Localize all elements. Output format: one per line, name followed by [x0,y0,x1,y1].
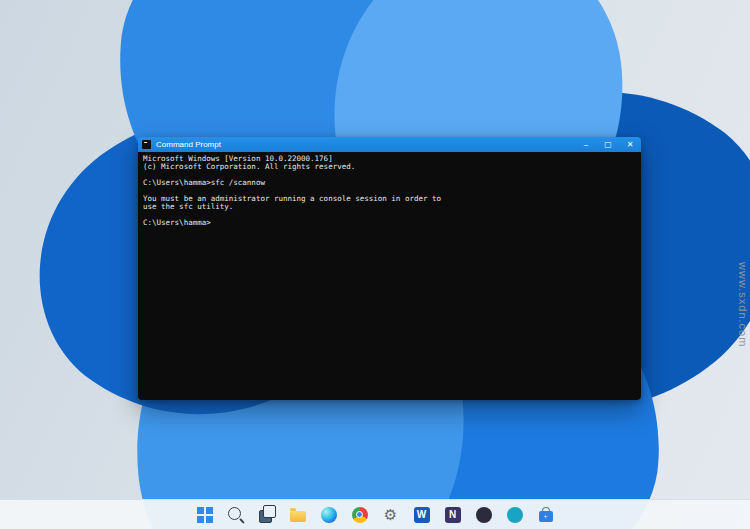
close-button[interactable]: ✕ [619,137,641,152]
taskbar-icon-store[interactable] [535,504,557,526]
skype-icon [507,507,523,523]
taskbar-icon-settings[interactable]: ⚙ [380,504,402,526]
search-icon [228,507,241,520]
taskbar-icon-chrome[interactable] [349,504,371,526]
terminal-line: (c) Microsoft Corporation. All rights re… [143,163,636,171]
taskbar-icon-skype[interactable] [504,504,526,526]
chrome-icon [352,507,368,523]
taskbar-icon-onenote[interactable]: N [442,504,464,526]
taskbar-icon-start[interactable] [194,504,216,526]
edge-icon [321,507,337,523]
maximize-button[interactable]: ▢ [597,137,619,152]
terminal-line [143,211,636,219]
taskbar-icon-file-explorer[interactable] [287,504,309,526]
settings-icon: ⚙ [384,507,397,522]
cmd-icon [142,140,151,149]
word-icon: W [414,507,430,523]
terminal-line: C:\Users\hamma>sfc /scannow [143,179,636,187]
taskbar-icon-task-view[interactable] [256,504,278,526]
terminal-body[interactable]: Microsoft Windows [Version 10.0.22000.17… [138,152,641,400]
minimize-button[interactable]: – [575,137,597,152]
taskbar-icon-teams[interactable] [473,504,495,526]
window-titlebar[interactable]: Command Prompt – ▢ ✕ [138,137,641,152]
taskbar-icon-word[interactable]: W [411,504,433,526]
start-icon [197,507,213,523]
taskbar-icons: ⚙WN [194,504,557,526]
taskbar-icon-edge[interactable] [318,504,340,526]
terminal-line: C:\Users\hamma> [143,219,636,227]
file-explorer-icon [290,511,306,522]
teams-icon [476,507,492,523]
command-prompt-window[interactable]: Command Prompt – ▢ ✕ Microsoft Windows [… [138,137,641,400]
store-icon [539,511,553,522]
task-view-icon [259,510,272,523]
taskbar: ⚙WN [0,499,750,529]
window-controls: – ▢ ✕ [575,137,641,152]
window-title: Command Prompt [156,140,221,149]
watermark: www.sxdn.com [737,262,749,347]
onenote-icon: N [445,507,461,523]
taskbar-icon-search[interactable] [225,504,247,526]
terminal-line: use the sfc utility. [143,203,636,211]
